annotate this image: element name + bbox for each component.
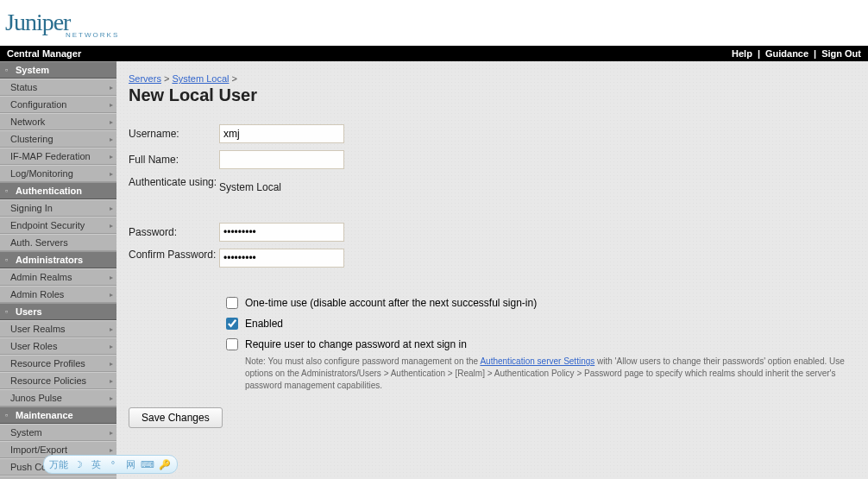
save-changes-button[interactable]: Save Changes	[129, 407, 223, 428]
separator: |	[814, 48, 816, 59]
auth-server-settings-link[interactable]: Authentication server Settings	[480, 356, 594, 366]
sidebar-item-auth-servers[interactable]: Auth. Servers	[0, 234, 116, 251]
topbar: Central Manager Help | Guidance | Sign O…	[0, 46, 868, 61]
chevron-right-icon: ▸	[110, 118, 113, 126]
enabled-label: Enabled	[245, 318, 283, 330]
sidebar-item-if-map-federation[interactable]: IF-MAP Federation▸	[0, 148, 116, 165]
star-icon[interactable]: °	[106, 457, 120, 471]
note-prefix: Note: You must also configure password m…	[245, 356, 480, 366]
sidebar-item-user-realms[interactable]: User Realms▸	[0, 320, 116, 337]
authusing-label: Authenticate using:	[129, 176, 219, 190]
chevron-right-icon: ▸	[110, 394, 113, 402]
chevron-right-icon: ▸	[110, 291, 113, 299]
collapse-icon: ▫	[5, 411, 14, 419]
onetime-checkbox[interactable]	[226, 297, 238, 309]
collapse-icon: ▫	[5, 307, 14, 316]
collapse-icon: ▫	[5, 255, 14, 264]
topbar-right: Help | Guidance | Sign Out	[732, 48, 861, 59]
ime-toolbar[interactable]: 万能 ☽ 英 ° 网 ⌨ 🔑	[43, 455, 178, 474]
chevron-right-icon: ▸	[110, 136, 113, 143]
help-link[interactable]: Help	[732, 48, 752, 59]
sidebar-item-junos-pulse[interactable]: Junos Pulse▸	[0, 389, 116, 407]
sidebar-item-status[interactable]: Status▸	[0, 79, 116, 96]
logo-subtext: NETWORKS	[66, 31, 868, 39]
password-input[interactable]	[219, 223, 344, 242]
breadcrumb: Servers > System Local >	[129, 73, 856, 84]
sidebar-section-administrators[interactable]: ▫Administrators	[0, 251, 116, 268]
sidebar-item-admin-realms[interactable]: Admin Realms▸	[0, 268, 116, 286]
main-content: Servers > System Local > New Local User …	[116, 61, 868, 479]
fullname-label: Full Name:	[129, 154, 219, 166]
confirm-password-input[interactable]	[219, 249, 344, 268]
chevron-right-icon: ▸	[110, 222, 113, 230]
chevron-right-icon: ▸	[110, 429, 113, 437]
authusing-value: System Local	[219, 176, 281, 193]
username-input[interactable]	[219, 124, 344, 143]
breadcrumb-servers[interactable]: Servers	[129, 73, 161, 84]
signout-link[interactable]: Sign Out	[821, 48, 861, 59]
onetime-label: One-time use (disable account after the …	[245, 297, 537, 309]
breadcrumb-sep: >	[164, 73, 169, 84]
topbar-title: Central Manager	[7, 48, 81, 59]
ime-label: 万能	[49, 458, 68, 471]
sidebar-item-log-monitoring[interactable]: Log/Monitoring▸	[0, 165, 116, 182]
chevron-right-icon: ▸	[110, 274, 113, 281]
enabled-checkbox[interactable]	[226, 318, 238, 330]
requirechange-checkbox[interactable]	[226, 338, 238, 350]
note-text: Note: You must also configure password m…	[245, 356, 856, 392]
sidebar-item-resource-profiles[interactable]: Resource Profiles▸	[0, 355, 116, 372]
sidebar-section-users[interactable]: ▫Users	[0, 303, 116, 320]
confirm-password-label: Confirm Password:	[129, 249, 219, 262]
requirechange-label: Require user to change password at next …	[245, 338, 467, 350]
key-icon[interactable]: 🔑	[158, 457, 172, 471]
sidebar-section-maintenance[interactable]: ▫Maintenance	[0, 407, 116, 424]
sidebar-item-resource-policies[interactable]: Resource Policies▸	[0, 372, 116, 389]
sidebar-item-archiving[interactable]: Archiving▸	[0, 476, 116, 479]
sidebar-section-authentication[interactable]: ▫Authentication	[0, 182, 116, 199]
collapse-icon: ▫	[5, 66, 14, 74]
moon-icon[interactable]: ☽	[72, 457, 85, 471]
sidebar-item-admin-roles[interactable]: Admin Roles▸	[0, 286, 116, 303]
sidebar-item-configuration[interactable]: Configuration▸	[0, 96, 116, 113]
password-label: Password:	[129, 226, 219, 238]
breadcrumb-sep: >	[232, 73, 237, 84]
net-icon[interactable]: 网	[123, 457, 137, 471]
sidebar-item-signing-in[interactable]: Signing In▸	[0, 199, 116, 217]
sidebar-section-system[interactable]: ▫System	[0, 61, 116, 79]
guidance-link[interactable]: Guidance	[765, 48, 808, 59]
chevron-right-icon: ▸	[110, 360, 113, 368]
chevron-right-icon: ▸	[110, 84, 113, 91]
chevron-right-icon: ▸	[110, 205, 113, 212]
chevron-right-icon: ▸	[110, 446, 113, 454]
logo: Juniper NETWORKS	[0, 0, 868, 46]
chevron-right-icon: ▸	[110, 153, 113, 161]
sidebar-item-system[interactable]: System▸	[0, 424, 116, 441]
sidebar-item-endpoint-security[interactable]: Endpoint Security▸	[0, 217, 116, 234]
chevron-right-icon: ▸	[110, 101, 113, 109]
sidebar-item-clustering[interactable]: Clustering▸	[0, 130, 116, 148]
chevron-right-icon: ▸	[110, 377, 113, 385]
chevron-right-icon: ▸	[110, 325, 113, 333]
lang-icon[interactable]: 英	[89, 457, 103, 471]
fullname-input[interactable]	[219, 150, 344, 169]
chevron-right-icon: ▸	[110, 343, 113, 350]
sidebar-item-network[interactable]: Network▸	[0, 113, 116, 130]
chevron-right-icon: ▸	[110, 170, 113, 178]
username-label: Username:	[129, 128, 219, 140]
separator: |	[758, 48, 760, 59]
breadcrumb-systemlocal[interactable]: System Local	[172, 73, 229, 84]
collapse-icon: ▫	[5, 186, 14, 195]
sidebar: ▫SystemStatus▸Configuration▸Network▸Clus…	[0, 61, 116, 479]
page-title: New Local User	[129, 85, 856, 105]
keyboard-icon[interactable]: ⌨	[141, 457, 154, 471]
sidebar-item-user-roles[interactable]: User Roles▸	[0, 337, 116, 355]
